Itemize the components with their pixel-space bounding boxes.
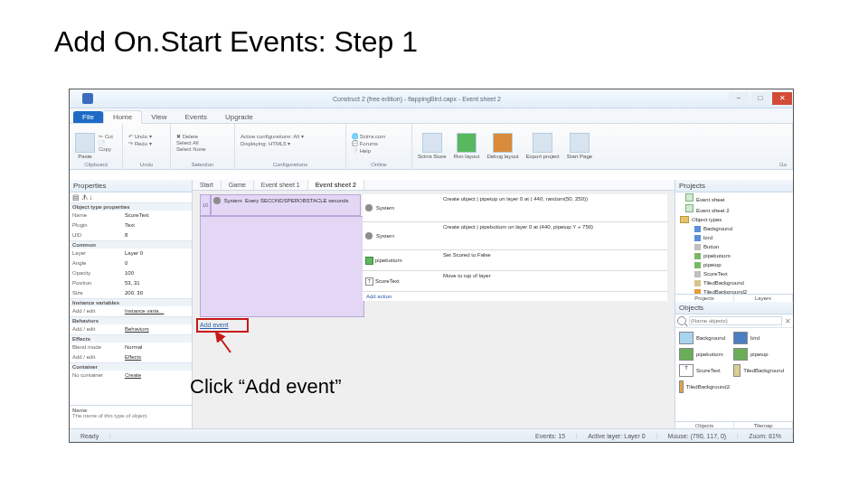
close-button[interactable]: ✕: [772, 92, 792, 105]
titlebar: Construct 2 (free edition) - flappingBir…: [70, 89, 793, 108]
clear-icon[interactable]: ✕: [785, 317, 791, 325]
delete-button[interactable]: ✖ Delete: [176, 133, 206, 139]
property-grid[interactable]: Object type properties NameScoreText Plu…: [70, 202, 192, 405]
text-icon: T: [365, 277, 373, 286]
ribbon-tab-upgrade[interactable]: Upgrade: [216, 111, 262, 123]
copy-button[interactable]: 📄 Copy: [99, 140, 117, 152]
content-area: Properties ▤ ⩚↓ Object type properties N…: [70, 180, 793, 429]
play-icon: [457, 133, 476, 153]
paste-button[interactable]: Paste: [75, 133, 95, 159]
pipe-icon: [365, 257, 373, 265]
ribbon: Paste ✂ Cut 📄 Copy Clipboard ↶ Undo ▾ ↷ …: [70, 124, 793, 170]
scirra-store-button[interactable]: Scirra Store: [418, 133, 447, 159]
undo-button[interactable]: ↶ Undo ▾: [128, 133, 152, 139]
redo-button[interactable]: ↷ Redo ▾: [128, 140, 152, 146]
window-chrome: Construct 2 (free edition) - flappingBir…: [70, 89, 793, 180]
scirra-link[interactable]: 🌐 Scirra.com: [352, 133, 385, 139]
project-panel-tabs[interactable]: ProjectsLayers: [675, 294, 793, 302]
home-icon: [570, 133, 590, 153]
action-row[interactable]: System Create object | pipetop on layer …: [363, 194, 667, 222]
ribbon-tab-events[interactable]: Events: [175, 111, 215, 123]
right-dock: Projects Event sheet Event sheet 2 Objec…: [675, 180, 793, 429]
tab-eventsheet2[interactable]: Event sheet 2: [308, 180, 364, 190]
cut-button[interactable]: ✂ Cut: [99, 133, 117, 139]
objects-panel: Objects ✕ Background bird pipebottom pip…: [675, 302, 793, 429]
help-link[interactable]: ❔ Help: [352, 147, 385, 154]
select-all-button[interactable]: Select All: [176, 140, 206, 145]
properties-header: Properties: [70, 180, 192, 192]
event-selected-bg: [200, 216, 364, 317]
bug-icon: [493, 133, 513, 153]
debug-layout-button[interactable]: Debug layout: [486, 133, 518, 159]
action-row[interactable]: TScoreText Move to top of layer: [363, 271, 667, 292]
slide-title: Add On.Start Events: Step 1: [54, 25, 814, 59]
ribbon-tabs: File Home View Events Upgrade: [70, 108, 793, 124]
status-bar: Ready Events: 15 Active layer: Layer 0 M…: [70, 428, 793, 442]
app-screenshot: Construct 2 (free edition) - flappingBir…: [69, 89, 794, 443]
paste-icon: [75, 133, 95, 153]
file-tab[interactable]: File: [73, 111, 103, 123]
export-icon: [533, 133, 552, 153]
ribbon-tab-home[interactable]: Home: [103, 110, 142, 124]
project-tree[interactable]: Event sheet Event sheet 2 Object types B…: [675, 192, 793, 294]
run-layout-button[interactable]: Run layout: [454, 133, 480, 159]
annotation-arrow: [212, 331, 238, 354]
displaying-row[interactable]: Displaying: HTML5 ▾: [241, 140, 304, 146]
system-icon: [365, 204, 373, 211]
annotation-text: Click “Add event”: [190, 375, 342, 399]
ribbon-tab-view[interactable]: View: [142, 111, 175, 123]
document-tabs: Start Game Event sheet 1 Event sheet 2: [193, 180, 675, 191]
select-none-button[interactable]: Select None: [176, 146, 206, 152]
properties-panel: Properties ▤ ⩚↓ Object type properties N…: [70, 180, 193, 429]
objects-list[interactable]: Background bird pipebottom pipetop TScor…: [675, 328, 793, 421]
start-page-button[interactable]: Start Page: [567, 133, 592, 159]
action-row[interactable]: System Create object | pipebottom on lay…: [363, 222, 667, 250]
event-condition[interactable]: System Every SECONDSPEROBSTACLE seconds: [211, 194, 361, 216]
object-filter-input[interactable]: [689, 316, 782, 325]
system-icon: [213, 197, 221, 204]
tab-eventsheet1[interactable]: Event sheet 1: [254, 180, 308, 190]
forums-link[interactable]: 💬 Forums: [352, 140, 385, 146]
svg-line-0: [216, 333, 231, 352]
tab-start[interactable]: Start: [193, 180, 222, 190]
projects-header: Projects: [675, 180, 793, 192]
active-config-row[interactable]: Active configurations: All ▾: [241, 133, 304, 139]
tab-game[interactable]: Game: [222, 180, 254, 190]
action-row[interactable]: pipebottom Set Scored to False: [363, 250, 667, 271]
properties-toolbar: ▤ ⩚↓: [70, 192, 192, 202]
add-event-link[interactable]: Add event: [200, 322, 229, 328]
window-title: Construct 2 (free edition) - flappingBir…: [106, 96, 728, 102]
add-action-link[interactable]: Add action: [363, 292, 667, 301]
property-help: Name The name of this type of object.: [70, 405, 192, 429]
search-icon: [677, 316, 686, 325]
export-button[interactable]: Export project: [526, 133, 560, 159]
store-icon: [422, 133, 442, 153]
maximize-button[interactable]: □: [750, 92, 770, 105]
minimize-button[interactable]: −: [729, 92, 749, 105]
app-logo-icon: [82, 93, 93, 104]
system-icon: [365, 232, 373, 239]
actions-column: System Create object | pipetop on layer …: [363, 194, 667, 301]
objects-header: Objects: [675, 302, 793, 314]
